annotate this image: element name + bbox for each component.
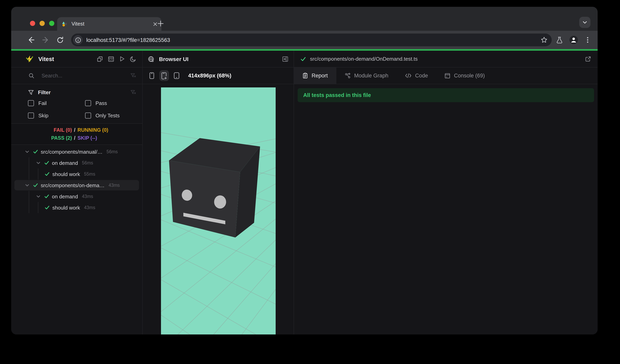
checkbox-pass[interactable] bbox=[85, 100, 91, 106]
run-all-play-icon[interactable] bbox=[119, 56, 125, 62]
tree-file-row[interactable]: src/components/manual/… 56ms bbox=[11, 146, 142, 157]
test-duration: 56ms bbox=[107, 149, 118, 154]
url-text[interactable]: localhost:5173/#/?file=1828625563 bbox=[86, 37, 537, 43]
viewport-toolbar: 414x896px (68%) bbox=[143, 67, 294, 84]
file-pass-check-icon bbox=[300, 56, 306, 62]
viewport-canvas[interactable] bbox=[161, 87, 276, 335]
pass-check-icon bbox=[45, 205, 49, 210]
site-info-icon[interactable] bbox=[73, 35, 83, 45]
device-phone-small-button[interactable] bbox=[147, 70, 156, 81]
chevron-down-icon[interactable] bbox=[36, 160, 41, 165]
clear-search-filter-icon[interactable] bbox=[130, 73, 136, 79]
sidebar-header: Vitest bbox=[11, 51, 142, 67]
dock-panel-right-icon[interactable] bbox=[282, 56, 288, 62]
sidebar-actions bbox=[97, 56, 136, 62]
dark-mode-moon-icon[interactable] bbox=[130, 56, 136, 62]
filter-option-fail[interactable]: Fail bbox=[28, 100, 85, 106]
vitest-favicon bbox=[62, 21, 68, 27]
tab-module-graph-label: Module Graph bbox=[354, 73, 388, 79]
toolbar-actions bbox=[556, 36, 593, 44]
device-phone-plus-button[interactable] bbox=[159, 70, 169, 81]
tree-test-row[interactable]: should work 55ms bbox=[11, 168, 142, 180]
vitest-ui: Vitest bbox=[11, 51, 598, 335]
address-bar[interactable]: localhost:5173/#/?file=1828625563 bbox=[71, 33, 552, 46]
test-tree: src/components/manual/… 56ms on demand 5… bbox=[11, 145, 142, 335]
checkbox-only-tests[interactable] bbox=[85, 113, 91, 118]
browser-tab-vitest[interactable]: Vitest bbox=[57, 17, 161, 31]
detach-windows-icon[interactable] bbox=[97, 56, 103, 62]
bookmark-star-icon[interactable] bbox=[541, 36, 548, 44]
filter-option-skip[interactable]: Skip bbox=[28, 113, 85, 118]
clear-filter-icon[interactable] bbox=[130, 89, 136, 95]
open-external-icon[interactable] bbox=[585, 56, 591, 62]
test-summary: FAIL (0) / RUNNING (0) PASS (2) / SKIP (… bbox=[11, 124, 142, 145]
test-duration: 43ms bbox=[84, 205, 95, 210]
pass-check-icon bbox=[45, 172, 49, 176]
globe-icon bbox=[148, 56, 154, 62]
pass-check-icon bbox=[33, 183, 38, 188]
test-duration: 43ms bbox=[82, 194, 93, 199]
reload-icon[interactable] bbox=[56, 36, 64, 44]
device-tablet-button[interactable] bbox=[172, 70, 181, 81]
tree-suite-row[interactable]: on demand 43ms bbox=[11, 191, 142, 202]
pass-check-icon bbox=[44, 194, 49, 199]
checkbox-skip[interactable] bbox=[28, 113, 34, 118]
search-input[interactable] bbox=[41, 72, 130, 79]
browser-toolbar: localhost:5173/#/?file=1828625563 bbox=[11, 31, 598, 49]
summary-line-2: PASS (2) / SKIP (--) bbox=[11, 134, 142, 142]
pass-count: PASS (2) bbox=[11, 134, 72, 142]
open-file-path: src/components/on-demand/OnDemand.test.t… bbox=[310, 56, 581, 62]
tab-report[interactable]: Report bbox=[294, 67, 336, 84]
test-file-name: src/components/on-dema… bbox=[41, 182, 105, 188]
tab-search-button[interactable] bbox=[579, 17, 590, 28]
all-tests-passed-banner: All tests passed in this file bbox=[298, 88, 594, 102]
app-title: Vitest bbox=[38, 56, 97, 62]
chevron-down-icon[interactable] bbox=[25, 149, 30, 154]
tree-suite-row[interactable]: on demand 56ms bbox=[11, 157, 142, 168]
tab-console[interactable]: Console (69) bbox=[436, 67, 493, 84]
filter-funnel-icon bbox=[28, 89, 34, 95]
browser-ui-header: Browser UI bbox=[143, 51, 294, 67]
tab-code[interactable]: Code bbox=[397, 67, 436, 84]
filter-options: Fail Pass Skip Only Tests bbox=[28, 100, 136, 118]
sidebar: Vitest bbox=[11, 51, 143, 335]
tab-title: Vitest bbox=[72, 21, 149, 27]
viewport-area bbox=[143, 84, 294, 335]
menu-kebab-icon[interactable] bbox=[584, 36, 591, 44]
browser-window: Vitest bbox=[11, 7, 598, 335]
pass-check-icon bbox=[44, 160, 49, 165]
test-progress-bar bbox=[11, 49, 598, 51]
test-name: should work bbox=[52, 171, 80, 177]
file-header: src/components/on-demand/OnDemand.test.t… bbox=[294, 51, 598, 67]
suite-name: on demand bbox=[52, 160, 78, 166]
new-tab-button[interactable] bbox=[156, 19, 165, 28]
skip-count: SKIP (--) bbox=[78, 134, 142, 142]
tab-code-label: Code bbox=[415, 73, 428, 79]
chevron-down-icon[interactable] bbox=[25, 183, 30, 188]
experiments-flask-icon[interactable] bbox=[556, 36, 563, 44]
checkbox-fail[interactable] bbox=[28, 100, 34, 106]
test-duration: 56ms bbox=[82, 160, 93, 165]
profile-avatar[interactable] bbox=[569, 36, 578, 44]
filter-option-pass[interactable]: Pass bbox=[85, 100, 136, 106]
chevron-down-icon[interactable] bbox=[36, 194, 41, 199]
tab-strip: Vitest bbox=[11, 7, 598, 31]
tab-module-graph[interactable]: Module Graph bbox=[336, 67, 397, 84]
close-window-button[interactable] bbox=[30, 21, 35, 26]
pass-check-icon bbox=[33, 149, 38, 154]
console-icon bbox=[445, 73, 450, 78]
filter-option-only-tests[interactable]: Only Tests bbox=[85, 113, 136, 118]
fail-count: FAIL (0) bbox=[11, 126, 72, 134]
back-icon[interactable] bbox=[27, 36, 35, 44]
tab-console-label: Console (69) bbox=[454, 73, 485, 79]
filter-panel: Filter Fail bbox=[11, 84, 142, 124]
minimize-window-button[interactable] bbox=[40, 21, 45, 26]
forward-icon[interactable] bbox=[42, 36, 49, 44]
tree-file-row-selected[interactable]: src/components/on-dema… 43ms bbox=[11, 180, 142, 191]
tree-test-row[interactable]: should work 43ms bbox=[11, 202, 142, 213]
dashboard-icon[interactable] bbox=[108, 56, 114, 62]
test-file-name: src/components/manual/… bbox=[41, 149, 102, 155]
test-duration: 55ms bbox=[84, 172, 95, 176]
test-duration: 43ms bbox=[108, 183, 120, 188]
zoom-window-button[interactable] bbox=[49, 21, 54, 26]
